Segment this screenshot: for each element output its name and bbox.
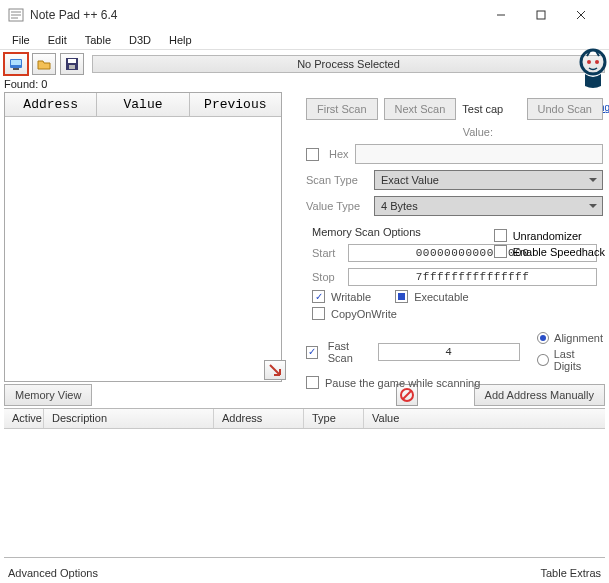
col-address[interactable]: Address (5, 93, 97, 116)
scantype-value: Exact Value (381, 174, 439, 186)
alignment-label: Alignment (554, 332, 603, 344)
fastscan-label: Fast Scan (328, 340, 372, 364)
menubar: File Edit Table D3D Help (0, 30, 609, 50)
valtype-label: Value Type (306, 200, 368, 212)
stop-input[interactable] (348, 268, 597, 286)
pause-label: Pause the game while scanning (325, 377, 480, 389)
svg-rect-10 (13, 68, 19, 70)
valtype-combo[interactable]: 4 Bytes (374, 196, 603, 216)
cow-label: CopyOnWrite (331, 308, 397, 320)
unrandomizer-checkbox[interactable] (494, 229, 507, 242)
testcap-label: Test cap (462, 103, 503, 115)
save-button[interactable] (60, 53, 84, 75)
valtype-value: 4 Bytes (381, 200, 418, 212)
th-type[interactable]: Type (304, 409, 364, 428)
svg-rect-13 (69, 65, 75, 69)
writable-checkbox[interactable] (312, 290, 325, 303)
hex-label: Hex (329, 148, 349, 160)
value-label: Value: (463, 126, 493, 138)
titlebar: Note Pad ++ 6.4 (0, 0, 609, 30)
bottom-bar: Advanced Options Table Extras (4, 565, 605, 581)
svg-point-15 (587, 60, 591, 64)
svg-point-16 (595, 60, 599, 64)
svg-rect-5 (537, 11, 545, 19)
open-button[interactable] (32, 53, 56, 75)
undo-scan-button[interactable]: Undo Scan (527, 98, 603, 120)
menu-edit[interactable]: Edit (40, 32, 75, 48)
maximize-button[interactable] (521, 1, 561, 29)
hex-checkbox[interactable] (306, 148, 319, 161)
stop-label: Stop (312, 271, 342, 283)
no-process-label: No Process Selected (297, 58, 400, 70)
results-list[interactable]: Address Value Previous (4, 92, 282, 382)
svg-line-18 (403, 391, 411, 399)
memory-view-button[interactable]: Memory View (4, 384, 92, 406)
speedhack-label: Enable Speedhack (513, 246, 605, 258)
col-value[interactable]: Value (97, 93, 189, 116)
right-options: Unrandomizer Enable Speedhack (494, 226, 605, 258)
svg-rect-12 (68, 59, 76, 63)
address-table[interactable]: Active Description Address Type Value (4, 408, 605, 558)
lastdigits-label: Last Digits (554, 348, 603, 372)
start-label: Start (312, 247, 342, 259)
svg-point-14 (581, 50, 605, 74)
th-addr[interactable]: Address (214, 409, 304, 428)
scantype-combo[interactable]: Exact Value (374, 170, 603, 190)
executable-label: Executable (414, 291, 468, 303)
writable-label: Writable (331, 291, 371, 303)
minimize-button[interactable] (481, 1, 521, 29)
next-scan-button[interactable]: Next Scan (384, 98, 457, 120)
col-previous[interactable]: Previous (190, 93, 281, 116)
results-header: Address Value Previous (5, 93, 281, 117)
executable-checkbox[interactable] (395, 290, 408, 303)
found-label: Found: 0 (0, 78, 609, 92)
svg-rect-9 (11, 60, 21, 65)
first-scan-button[interactable]: First Scan (306, 98, 378, 120)
fastscan-input[interactable] (378, 343, 520, 361)
select-process-button[interactable] (4, 53, 28, 75)
close-button[interactable] (561, 1, 601, 29)
cow-checkbox[interactable] (312, 307, 325, 320)
th-val[interactable]: Value (364, 409, 605, 428)
table-header: Active Description Address Type Value (4, 409, 605, 429)
menu-d3d[interactable]: D3D (121, 32, 159, 48)
advanced-options-link[interactable]: Advanced Options (4, 565, 102, 581)
th-desc[interactable]: Description (44, 409, 214, 428)
fastscan-checkbox[interactable] (306, 346, 318, 359)
process-bar[interactable]: No Process Selected (92, 55, 605, 73)
window-title: Note Pad ++ 6.4 (30, 8, 481, 22)
alignment-radio[interactable] (537, 332, 549, 344)
lastdigits-radio[interactable] (537, 354, 549, 366)
th-active[interactable]: Active (4, 409, 44, 428)
toolbar: No Process Selected (0, 50, 609, 78)
value-input[interactable] (355, 144, 603, 164)
scantype-label: Scan Type (306, 174, 368, 186)
app-icon (8, 7, 24, 23)
table-extras-link[interactable]: Table Extras (536, 565, 605, 581)
menu-help[interactable]: Help (161, 32, 200, 48)
speedhack-checkbox[interactable] (494, 245, 507, 258)
menu-table[interactable]: Table (77, 32, 119, 48)
unrandomizer-label: Unrandomizer (513, 230, 582, 242)
pause-checkbox[interactable] (306, 376, 319, 389)
menu-file[interactable]: File (4, 32, 38, 48)
